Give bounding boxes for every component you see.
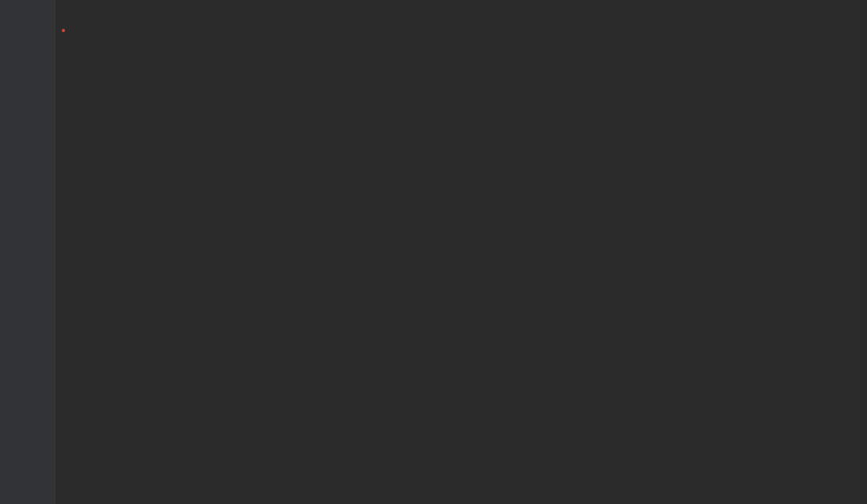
code-editor bbox=[0, 0, 867, 504]
line-number-gutter[interactable] bbox=[0, 0, 44, 504]
fold-column[interactable] bbox=[44, 0, 55, 504]
red-annotation-box bbox=[62, 29, 65, 32]
code-area[interactable] bbox=[55, 0, 867, 504]
